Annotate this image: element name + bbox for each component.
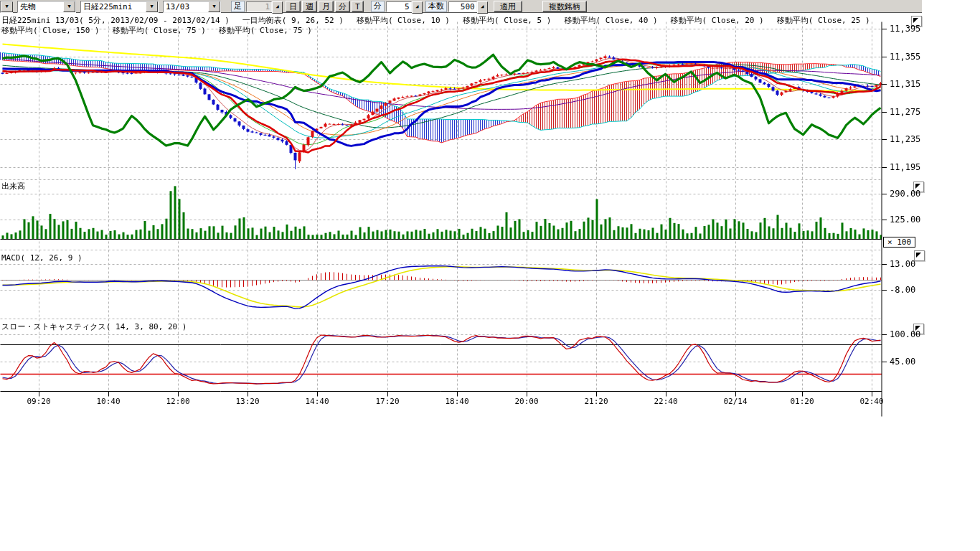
contract-month-value: 13/03	[164, 2, 208, 11]
legend-item: 移動平均( Close, 20 )	[671, 16, 764, 25]
period-week-button[interactable]: 週	[302, 1, 317, 12]
legend-line-2: 移動平均( Close, 150 )移動平均( Close, 75 )移動平均(…	[1, 25, 325, 36]
dropdown-arrow-icon[interactable]: ▼	[63, 1, 75, 12]
price-axis-label: 11,355	[890, 52, 920, 62]
toolbar: ▼ 先物 ▼ 日経225mini ▼ 13/03 ▼ 足 1 ◢ 日 週 月 分…	[0, 0, 922, 13]
scroll-left-combo[interactable]: ▼	[0, 1, 13, 13]
chart-plot-area[interactable]	[0, 0, 980, 551]
price-axis-label: 11,195	[890, 162, 920, 172]
time-axis-label: 18:40	[445, 397, 468, 406]
time-axis-label: 13:20	[235, 397, 259, 406]
period-day-button[interactable]: 日	[286, 1, 301, 12]
spinner-icon[interactable]: ◢	[272, 1, 283, 14]
time-axis-label: 10:40	[96, 397, 120, 406]
minute-value[interactable]: 5	[386, 1, 412, 12]
time-axis-label: 17:20	[375, 397, 399, 406]
symbol-select-value: 日経225mini	[81, 2, 146, 11]
minute-spinner[interactable]: 5 ◢	[386, 1, 423, 12]
stoch-panel-title: スロー・ストキャスティクス( 14, 3, 80, 20 )	[1, 321, 187, 332]
market-select-value: 先物	[18, 2, 63, 11]
stoch-axis-label: 45.00	[890, 357, 915, 367]
time-axis-label: 02:40	[859, 397, 883, 406]
dropdown-arrow-icon[interactable]: ▼	[146, 1, 158, 12]
legend-item: 移動平均( Close, 10 )	[357, 16, 450, 25]
bars-count-label: 本数	[425, 1, 447, 12]
legend-item: 移動平均( Close, 150 )	[1, 26, 100, 35]
period-month-button[interactable]: 月	[319, 1, 334, 12]
time-axis-label: 09:20	[27, 397, 50, 406]
dropdown-arrow-icon[interactable]: ▼	[1, 1, 13, 12]
legend-item: 移動平均( Close, 25 )	[777, 16, 870, 25]
bars-count-value[interactable]: 500	[448, 1, 477, 12]
volume-axis-label: 125.00	[890, 215, 920, 225]
price-axis-label: 11,395	[890, 24, 920, 34]
minute-mode-label: 分	[371, 1, 385, 12]
period-minute-button[interactable]: 分	[335, 1, 350, 12]
price-axis-label: 11,235	[890, 134, 920, 144]
bars-count-spinner[interactable]: 500 ◢	[448, 1, 488, 12]
legend-item: 一目均衡表( 9, 26, 52 )	[242, 16, 344, 25]
price-axis-label: 11,315	[890, 79, 920, 89]
time-axis-label: 12:00	[166, 397, 189, 406]
legend-item: 移動平均( Close, 40 )	[564, 16, 657, 25]
time-axis-label: 14:40	[305, 397, 329, 406]
bar-count-spinner[interactable]: 1 ◢	[246, 1, 283, 12]
macd-axis-label: 13.00	[890, 259, 915, 269]
period-tick-button[interactable]: T	[352, 1, 364, 12]
time-axis-label: 20:00	[514, 397, 538, 406]
macd-panel-title: MACD( 12, 26, 9 )	[1, 253, 83, 263]
apply-button[interactable]: 適用	[494, 1, 522, 12]
spinner-icon[interactable]: ◢	[477, 1, 488, 14]
time-axis-label: 21:20	[584, 397, 608, 406]
macd-axis-label: -8.00	[890, 285, 915, 295]
legend-item: 日経225mini 13/03( 5分, 2013/02/09 - 2013/0…	[1, 16, 230, 25]
bar-type-label: 足	[231, 1, 245, 12]
legend-line-1: 日経225mini 13/03( 5分, 2013/02/09 - 2013/0…	[1, 15, 883, 26]
volume-multiplier-badge: × 100	[883, 237, 915, 248]
spinner-icon[interactable]: ◢	[412, 1, 423, 14]
bar-count-value[interactable]: 1	[246, 1, 272, 12]
time-axis-label: 01:20	[790, 397, 814, 406]
legend-item: 移動平均( Close, 5 )	[463, 16, 551, 25]
stoch-axis-label: 100.00	[890, 329, 920, 339]
legend-item: 移動平均( Close, 75 )	[113, 26, 206, 35]
volume-axis-label: 290.00	[890, 189, 920, 199]
macd-panel-expand-icon[interactable]	[914, 250, 925, 261]
multi-symbol-button[interactable]: 複数銘柄	[542, 1, 587, 12]
time-axis-label: 02/14	[723, 397, 747, 406]
price-axis-label: 11,275	[890, 107, 920, 117]
time-axis-label: 22:40	[654, 397, 677, 406]
dropdown-arrow-icon[interactable]: ▼	[208, 1, 220, 12]
volume-panel-title: 出来高	[1, 181, 25, 192]
contract-month-select[interactable]: 13/03 ▼	[163, 1, 221, 13]
symbol-select[interactable]: 日経225mini ▼	[80, 1, 159, 13]
legend-item: 移動平均( Close, 75 )	[219, 26, 312, 35]
market-select[interactable]: 先物 ▼	[17, 1, 76, 13]
